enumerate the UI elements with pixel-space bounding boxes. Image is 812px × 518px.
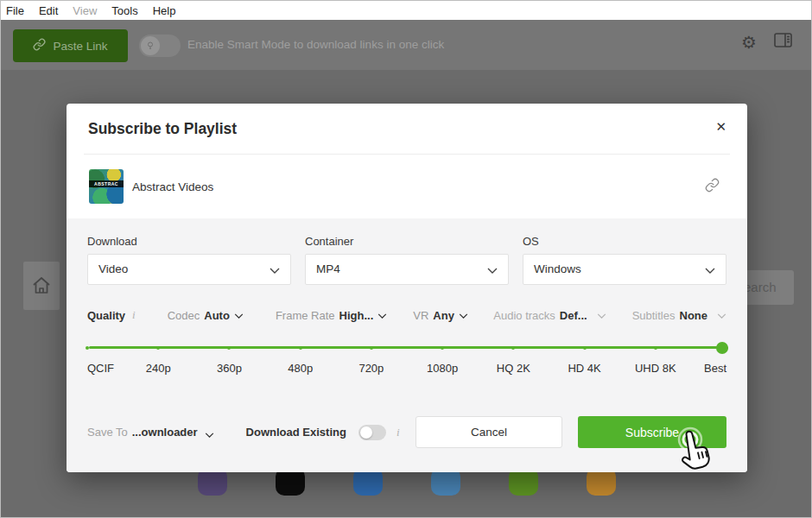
smart-mode-hint: Enable Smart Mode to download links in o… [187, 38, 444, 51]
link-icon [33, 38, 46, 54]
vr-label: VR [413, 309, 428, 322]
chevron-down-icon [377, 313, 387, 319]
vr-value: Any [433, 309, 454, 322]
codec-label: Codec [168, 309, 200, 322]
quality-info-icon[interactable]: i [132, 308, 136, 322]
slider-tick[interactable] [156, 346, 160, 350]
os-value: Windows [534, 262, 581, 275]
smart-mode-toggle[interactable] [139, 35, 181, 57]
subtitles-label: Subtitles [632, 309, 676, 322]
dialog-title: Subscribe to Playlist [88, 120, 237, 138]
home-tab[interactable] [23, 262, 60, 310]
os-label: OS [523, 235, 726, 248]
save-to-label: Save To [87, 426, 128, 439]
subscribe-to-playlist-dialog: Subscribe to Playlist ✕ ABSTRAC Abstract… [67, 104, 747, 472]
codec-dropdown[interactable]: Codec Auto [168, 309, 244, 322]
toggle-knob [360, 426, 372, 439]
chevron-down-icon [270, 268, 280, 274]
quality-label: Quality [87, 309, 125, 322]
menu-view[interactable]: View [73, 4, 97, 17]
vr-dropdown[interactable]: VR Any [413, 309, 468, 322]
slider-tick[interactable] [441, 346, 444, 350]
slider-stop-label[interactable]: HD 4K [568, 362, 600, 375]
slider-stop-label[interactable]: Best [704, 362, 726, 375]
menu-tools[interactable]: Tools [111, 4, 137, 17]
playlist-thumbnail: ABSTRAC [89, 169, 124, 204]
download-select[interactable]: Video [87, 254, 291, 285]
frame-rate-label: Frame Rate [276, 309, 335, 322]
home-icon [31, 275, 52, 300]
playlist-row: ABSTRAC Abstract Videos [89, 155, 725, 218]
slider-tick[interactable] [583, 346, 587, 350]
menu-file[interactable]: File [6, 4, 24, 17]
slider-stop-label[interactable]: UHD 8K [635, 362, 676, 375]
chevron-down-icon [487, 268, 498, 274]
slider-handle[interactable] [716, 342, 728, 354]
container-select[interactable]: MP4 [305, 254, 509, 285]
slider-stop-label[interactable]: 1080p [427, 362, 458, 375]
menu-edit[interactable]: Edit [39, 4, 58, 17]
download-existing-toggle[interactable] [358, 425, 386, 440]
codec-value: Auto [204, 309, 230, 322]
audio-tracks-dropdown[interactable]: Audio tracks Def... [493, 309, 606, 322]
chevron-down-icon [234, 313, 244, 319]
slider-stop-label[interactable]: 720p [358, 362, 384, 375]
subscribe-button[interactable]: Subscribe [578, 416, 726, 448]
slider-track[interactable] [89, 346, 725, 349]
frame-rate-value: High... [339, 309, 374, 322]
container-value: MP4 [316, 262, 340, 275]
paste-link-label: Paste Link [53, 40, 107, 53]
layout-panel-icon[interactable] [774, 33, 792, 51]
subtitles-dropdown[interactable]: Subtitles None [632, 309, 726, 322]
slider-tick[interactable] [86, 346, 89, 350]
chevron-down-icon [717, 313, 726, 319]
slider-tick[interactable] [299, 346, 302, 350]
settings-panel: Download Video Container MP4 [67, 218, 747, 472]
playlist-name: Abstract Videos [132, 180, 213, 193]
slider-stop-label[interactable]: 360p [217, 362, 242, 375]
save-to-value: ...ownloader [132, 426, 198, 439]
slider-tick[interactable] [654, 346, 657, 350]
download-existing-info-icon[interactable]: i [396, 426, 400, 439]
os-select[interactable]: Windows [523, 254, 726, 285]
quality-slider[interactable] [87, 340, 726, 354]
slider-stop-labels: QCIF240p360p480p720p1080pHQ 2KHD 4KUHD 8… [87, 362, 726, 376]
lightbulb-icon [141, 36, 160, 55]
chevron-down-icon [705, 268, 715, 274]
slider-stop-label[interactable]: 240p [146, 362, 171, 375]
slider-tick[interactable] [370, 346, 373, 350]
audio-tracks-value: Def... [560, 309, 587, 322]
subtitles-value: None [680, 309, 708, 322]
menu-bar: File Edit View Tools Help [1, 1, 811, 20]
close-icon[interactable]: ✕ [715, 120, 726, 133]
slider-stop-label[interactable]: HQ 2K [497, 362, 530, 375]
chevron-down-icon [597, 313, 606, 319]
chevron-down-icon [459, 313, 468, 319]
slider-tick[interactable] [511, 346, 515, 350]
download-existing-label: Download Existing [246, 426, 346, 439]
cancel-button[interactable]: Cancel [416, 416, 562, 448]
download-value: Video [98, 262, 128, 275]
thumbnail-caption: ABSTRAC [89, 180, 124, 187]
frame-rate-dropdown[interactable]: Frame Rate High... [276, 309, 387, 322]
download-label: Download [87, 235, 291, 248]
audio-tracks-label: Audio tracks [493, 309, 555, 322]
slider-stop-label[interactable]: 480p [288, 362, 313, 375]
menu-help[interactable]: Help [153, 4, 176, 17]
chevron-down-icon[interactable] [205, 426, 214, 441]
paste-link-button[interactable]: Paste Link [13, 29, 128, 62]
settings-gear-icon[interactable]: ⚙ [741, 34, 757, 51]
playlist-link-icon[interactable] [705, 178, 720, 196]
slider-stop-label[interactable]: QCIF [87, 362, 114, 375]
app-window: File Edit View Tools Help Paste Link Ena… [0, 0, 812, 518]
container-label: Container [305, 235, 509, 248]
app-toolbar: Paste Link Enable Smart Mode to download… [1, 20, 811, 70]
